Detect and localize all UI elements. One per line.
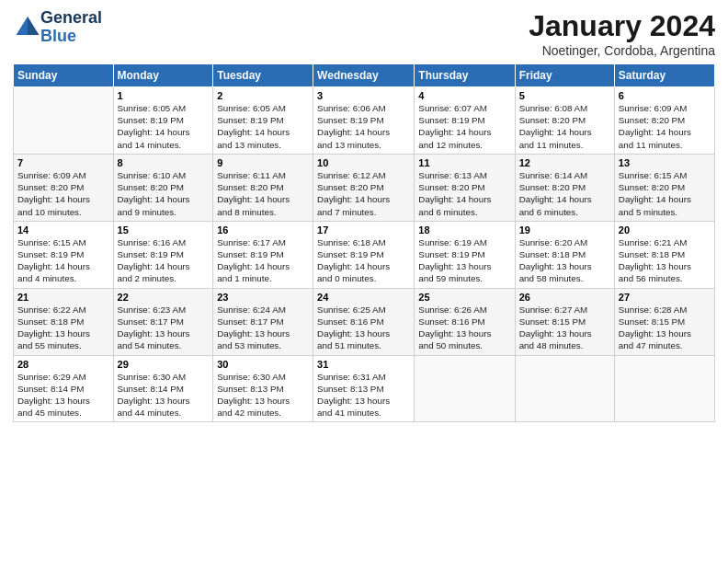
day-number: 12 [519,157,610,168]
day-number: 29 [118,359,210,370]
svg-marker-1 [28,17,39,35]
day-number: 5 [519,90,610,101]
day-number: 7 [17,157,109,168]
calendar-cell: 20Sunrise: 6:21 AM Sunset: 8:18 PM Dayli… [614,221,714,288]
calendar-cell: 14Sunrise: 6:15 AM Sunset: 8:19 PM Dayli… [14,221,114,288]
col-header-wednesday: Wednesday [313,64,415,87]
calendar-cell: 18Sunrise: 6:19 AM Sunset: 8:19 PM Dayli… [415,221,515,288]
day-info: Sunrise: 6:22 AM Sunset: 8:18 PM Dayligh… [17,304,109,352]
day-info: Sunrise: 6:12 AM Sunset: 8:20 PM Dayligh… [317,169,410,218]
day-info: Sunrise: 6:31 AM Sunset: 8:13 PM Dayligh… [317,371,410,419]
day-info: Sunrise: 6:09 AM Sunset: 8:20 PM Dayligh… [619,102,711,151]
day-number: 16 [217,224,309,236]
calendar-cell: 31Sunrise: 6:31 AM Sunset: 8:13 PM Dayli… [313,355,415,422]
day-number: 19 [519,224,610,236]
day-number: 1 [118,90,210,101]
calendar-cell: 13Sunrise: 6:15 AM Sunset: 8:20 PM Dayli… [614,154,714,221]
day-info: Sunrise: 6:23 AM Sunset: 8:17 PM Dayligh… [118,304,210,352]
calendar-cell [415,355,515,422]
day-info: Sunrise: 6:30 AM Sunset: 8:14 PM Dayligh… [118,371,210,419]
calendar-header-row: SundayMondayTuesdayWednesdayThursdayFrid… [14,64,715,87]
col-header-tuesday: Tuesday [213,64,313,87]
calendar-cell: 28Sunrise: 6:29 AM Sunset: 8:14 PM Dayli… [14,355,114,422]
day-info: Sunrise: 6:13 AM Sunset: 8:20 PM Dayligh… [418,169,510,218]
calendar-week-4: 21Sunrise: 6:22 AM Sunset: 8:18 PM Dayli… [14,288,715,355]
calendar-cell: 24Sunrise: 6:25 AM Sunset: 8:16 PM Dayli… [313,288,415,355]
day-info: Sunrise: 6:25 AM Sunset: 8:16 PM Dayligh… [317,304,410,352]
calendar-table: SundayMondayTuesdayWednesdayThursdayFrid… [13,63,715,422]
calendar-cell: 12Sunrise: 6:14 AM Sunset: 8:20 PM Dayli… [515,154,614,221]
title-section: January 2024 Noetinger, Cordoba, Argenti… [529,9,715,58]
day-info: Sunrise: 6:19 AM Sunset: 8:19 PM Dayligh… [418,236,510,285]
logo-line1: General [40,8,102,27]
day-number: 30 [217,359,309,370]
col-header-friday: Friday [515,64,614,87]
calendar-cell: 15Sunrise: 6:16 AM Sunset: 8:19 PM Dayli… [113,221,213,288]
col-header-saturday: Saturday [614,64,714,87]
header: General Blue January 2024 Noetinger, Cor… [13,9,715,58]
day-info: Sunrise: 6:15 AM Sunset: 8:20 PM Dayligh… [619,169,711,218]
day-number: 15 [118,224,210,236]
calendar-cell: 2Sunrise: 6:05 AM Sunset: 8:19 PM Daylig… [213,87,313,155]
calendar-cell: 1Sunrise: 6:05 AM Sunset: 8:19 PM Daylig… [113,87,213,155]
logo-text-blue: Blue [40,28,102,46]
day-info: Sunrise: 6:15 AM Sunset: 8:19 PM Dayligh… [17,236,109,285]
calendar-cell: 11Sunrise: 6:13 AM Sunset: 8:20 PM Dayli… [415,154,515,221]
day-info: Sunrise: 6:21 AM Sunset: 8:18 PM Dayligh… [619,236,711,285]
day-info: Sunrise: 6:20 AM Sunset: 8:18 PM Dayligh… [519,236,610,285]
calendar-cell: 22Sunrise: 6:23 AM Sunset: 8:17 PM Dayli… [113,288,213,355]
main-title: January 2024 [529,9,715,43]
day-number: 24 [317,292,410,303]
day-number: 11 [418,157,510,168]
logo-icon [15,15,40,37]
calendar-cell: 29Sunrise: 6:30 AM Sunset: 8:14 PM Dayli… [113,355,213,422]
day-number: 18 [418,224,510,236]
day-number: 3 [317,90,410,101]
calendar-cell: 5Sunrise: 6:08 AM Sunset: 8:20 PM Daylig… [515,87,614,155]
day-info: Sunrise: 6:17 AM Sunset: 8:19 PM Dayligh… [217,236,309,285]
day-info: Sunrise: 6:18 AM Sunset: 8:19 PM Dayligh… [317,236,410,285]
page-container: General Blue January 2024 Noetinger, Cor… [0,0,728,430]
calendar-cell: 27Sunrise: 6:28 AM Sunset: 8:15 PM Dayli… [614,288,714,355]
col-header-sunday: Sunday [14,64,114,87]
calendar-cell: 16Sunrise: 6:17 AM Sunset: 8:19 PM Dayli… [213,221,313,288]
logo-text-general: General [40,9,102,28]
calendar-cell: 19Sunrise: 6:20 AM Sunset: 8:18 PM Dayli… [515,221,614,288]
calendar-cell: 30Sunrise: 6:30 AM Sunset: 8:13 PM Dayli… [213,355,313,422]
calendar-cell: 9Sunrise: 6:11 AM Sunset: 8:20 PM Daylig… [213,154,313,221]
day-info: Sunrise: 6:11 AM Sunset: 8:20 PM Dayligh… [217,169,309,218]
calendar-cell [14,87,114,155]
day-number: 28 [17,359,109,370]
day-number: 9 [217,157,309,168]
day-info: Sunrise: 6:06 AM Sunset: 8:19 PM Dayligh… [317,102,410,151]
day-number: 26 [519,292,610,303]
day-info: Sunrise: 6:28 AM Sunset: 8:15 PM Dayligh… [619,304,711,352]
calendar-cell: 7Sunrise: 6:09 AM Sunset: 8:20 PM Daylig… [14,154,114,221]
calendar-week-1: 1Sunrise: 6:05 AM Sunset: 8:19 PM Daylig… [14,87,715,155]
day-number: 4 [418,90,510,101]
calendar-week-2: 7Sunrise: 6:09 AM Sunset: 8:20 PM Daylig… [14,154,715,221]
day-number: 8 [118,157,210,168]
day-number: 2 [217,90,309,101]
day-number: 21 [17,292,109,303]
day-info: Sunrise: 6:09 AM Sunset: 8:20 PM Dayligh… [17,169,109,218]
day-number: 20 [619,224,711,236]
day-number: 27 [619,292,711,303]
day-info: Sunrise: 6:10 AM Sunset: 8:20 PM Dayligh… [118,169,210,218]
day-info: Sunrise: 6:27 AM Sunset: 8:15 PM Dayligh… [519,304,610,352]
subtitle: Noetinger, Cordoba, Argentina [529,43,715,58]
calendar-cell: 8Sunrise: 6:10 AM Sunset: 8:20 PM Daylig… [113,154,213,221]
logo-line2: Blue [40,27,76,45]
calendar-cell: 25Sunrise: 6:26 AM Sunset: 8:16 PM Dayli… [415,288,515,355]
day-info: Sunrise: 6:05 AM Sunset: 8:19 PM Dayligh… [118,102,210,151]
calendar-cell: 17Sunrise: 6:18 AM Sunset: 8:19 PM Dayli… [313,221,415,288]
col-header-thursday: Thursday [415,64,515,87]
day-number: 25 [418,292,510,303]
calendar-week-3: 14Sunrise: 6:15 AM Sunset: 8:19 PM Dayli… [14,221,715,288]
day-info: Sunrise: 6:05 AM Sunset: 8:19 PM Dayligh… [217,102,309,151]
day-info: Sunrise: 6:16 AM Sunset: 8:19 PM Dayligh… [118,236,210,285]
day-number: 22 [118,292,210,303]
day-info: Sunrise: 6:07 AM Sunset: 8:19 PM Dayligh… [418,102,510,151]
calendar-cell: 4Sunrise: 6:07 AM Sunset: 8:19 PM Daylig… [415,87,515,155]
day-info: Sunrise: 6:26 AM Sunset: 8:16 PM Dayligh… [418,304,510,352]
